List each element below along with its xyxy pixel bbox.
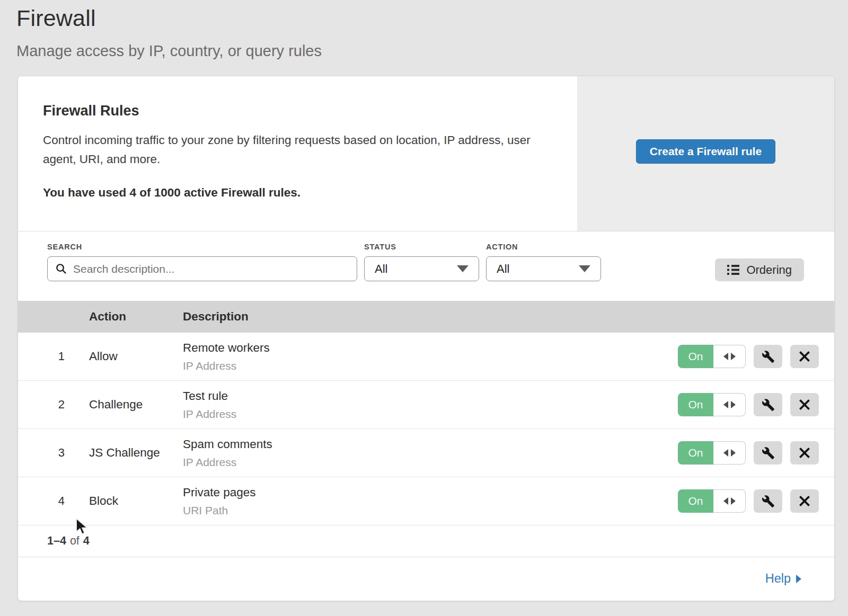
arrow-right-icon <box>796 575 801 583</box>
card-footer: Help <box>18 557 834 600</box>
rule-action: Challenge <box>89 398 183 412</box>
rule-enabled-toggle[interactable]: On <box>678 441 746 465</box>
rule-action: JS Challenge <box>89 446 183 460</box>
filters-bar: SEARCH STATUS All ACTION All <box>18 231 834 301</box>
wrench-icon <box>762 350 775 363</box>
page-subtitle: Manage access by IP, country, or query r… <box>16 42 848 60</box>
action-select[interactable]: All <box>486 256 601 281</box>
toggle-handle[interactable] <box>713 489 746 513</box>
search-icon <box>55 263 67 275</box>
rule-match-type: IP Address <box>183 360 678 372</box>
page-title: Firewall <box>16 5 848 31</box>
toggle-handle[interactable] <box>713 393 746 416</box>
firewall-rules-card: Firewall Rules Control incoming traffic … <box>17 76 835 601</box>
status-select[interactable]: All <box>364 256 479 281</box>
wrench-icon <box>762 398 775 412</box>
pagination: 1–4 of 4 <box>18 525 834 557</box>
rule-action: Allow <box>89 350 183 363</box>
edit-rule-button[interactable] <box>754 393 782 416</box>
list-icon <box>727 264 739 275</box>
close-icon <box>799 351 810 362</box>
arrow-right-icon <box>731 449 736 457</box>
status-label: STATUS <box>364 243 479 251</box>
toggle-on-label: On <box>678 489 713 513</box>
description-column-header: Description <box>183 310 834 324</box>
rule-description: Spam comments <box>183 438 678 451</box>
arrow-right-icon <box>731 497 736 505</box>
arrow-left-icon <box>723 449 728 457</box>
page-header: Firewall Manage access by IP, country, o… <box>0 0 848 60</box>
chevron-down-icon <box>579 265 590 272</box>
close-icon <box>799 399 810 410</box>
table-row: 4 Block Private pages URI Path On <box>18 477 834 525</box>
search-input[interactable] <box>73 263 349 275</box>
delete-rule-button[interactable] <box>790 393 819 416</box>
search-label: SEARCH <box>47 243 357 251</box>
table-header: Action Description <box>18 301 834 333</box>
rules-heading: Firewall Rules <box>43 103 556 119</box>
delete-rule-button[interactable] <box>790 489 819 513</box>
delete-rule-button[interactable] <box>790 345 819 368</box>
rule-priority: 2 <box>18 398 89 412</box>
help-link-label: Help <box>765 572 791 586</box>
help-link[interactable]: Help <box>765 572 801 586</box>
rule-match-type: IP Address <box>183 456 678 469</box>
toggle-on-label: On <box>678 441 713 465</box>
edit-rule-button[interactable] <box>754 345 782 368</box>
rule-description: Test rule <box>183 389 678 403</box>
action-selected-value: All <box>497 262 509 276</box>
action-column-header: Action <box>89 310 183 324</box>
rules-aside-panel: Create a Firewall rule <box>577 76 834 231</box>
rule-description: Remote workers <box>183 341 678 355</box>
status-selected-value: All <box>375 262 387 276</box>
rules-intro-section: Firewall Rules Control incoming traffic … <box>18 76 834 231</box>
toggle-on-label: On <box>678 345 713 368</box>
chevron-down-icon <box>457 265 469 272</box>
action-label: ACTION <box>486 243 601 251</box>
edit-rule-button[interactable] <box>754 489 782 513</box>
table-row: 1 Allow Remote workers IP Address On <box>18 333 834 381</box>
arrow-left-icon <box>723 401 728 408</box>
rule-match-type: IP Address <box>183 408 678 421</box>
toggle-handle[interactable] <box>713 345 746 368</box>
ordering-button[interactable]: Ordering <box>715 258 804 281</box>
close-icon <box>799 447 810 459</box>
rule-enabled-toggle[interactable]: On <box>678 393 746 416</box>
pagination-total: 4 <box>83 534 90 548</box>
rule-enabled-toggle[interactable]: On <box>678 489 746 513</box>
close-icon <box>799 495 810 507</box>
rule-match-type: URI Path <box>183 504 678 517</box>
rule-action: Block <box>89 494 183 508</box>
rules-description: Control incoming traffic to your zone by… <box>43 131 544 169</box>
rule-description: Private pages <box>183 486 678 499</box>
edit-rule-button[interactable] <box>754 441 782 465</box>
arrow-right-icon <box>731 401 736 408</box>
create-firewall-rule-button[interactable]: Create a Firewall rule <box>636 139 775 164</box>
toggle-on-label: On <box>678 393 713 416</box>
rule-enabled-toggle[interactable]: On <box>678 345 746 368</box>
arrow-left-icon <box>723 353 728 360</box>
pagination-of: of <box>70 534 80 548</box>
wrench-icon <box>762 447 775 460</box>
rules-usage-count: You have used 4 of 1000 active Firewall … <box>43 186 556 200</box>
rule-priority: 3 <box>18 446 89 460</box>
table-row: 2 Challenge Test rule IP Address On <box>18 381 834 429</box>
rule-priority: 1 <box>18 350 89 363</box>
arrow-right-icon <box>731 353 736 360</box>
table-row: 3 JS Challenge Spam comments IP Address … <box>18 429 834 477</box>
arrow-left-icon <box>723 497 728 505</box>
ordering-button-label: Ordering <box>746 263 792 277</box>
rule-priority: 4 <box>18 494 89 508</box>
delete-rule-button[interactable] <box>790 441 819 465</box>
search-box[interactable] <box>47 256 357 281</box>
toggle-handle[interactable] <box>713 441 746 465</box>
wrench-icon <box>762 495 775 508</box>
pagination-range: 1–4 <box>47 534 66 548</box>
